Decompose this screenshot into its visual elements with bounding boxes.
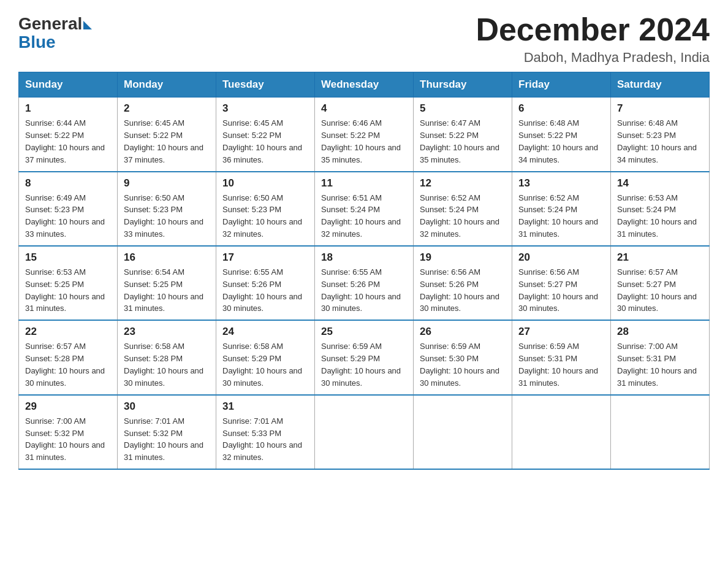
day-number: 4	[321, 102, 407, 115]
day-info: Sunrise: 6:46 AMSunset: 5:22 PMDaylight:…	[321, 118, 401, 164]
month-title: December 2024	[476, 12, 710, 47]
day-info: Sunrise: 7:00 AMSunset: 5:32 PMDaylight:…	[25, 416, 105, 462]
table-row: 9 Sunrise: 6:50 AMSunset: 5:23 PMDayligh…	[118, 172, 216, 246]
day-info: Sunrise: 6:57 AMSunset: 5:28 PMDaylight:…	[25, 342, 105, 388]
day-info: Sunrise: 6:53 AMSunset: 5:25 PMDaylight:…	[25, 267, 105, 313]
page-header: General Blue December 2024 Daboh, Madhya…	[18, 12, 710, 66]
table-row: 30 Sunrise: 7:01 AMSunset: 5:32 PMDaylig…	[118, 395, 216, 469]
day-info: Sunrise: 6:50 AMSunset: 5:23 PMDaylight:…	[222, 193, 302, 239]
day-info: Sunrise: 6:56 AMSunset: 5:27 PMDaylight:…	[518, 267, 598, 313]
logo-general: General	[18, 15, 82, 33]
day-number: 16	[124, 251, 210, 264]
col-saturday: Saturday	[611, 72, 710, 98]
table-row: 16 Sunrise: 6:54 AMSunset: 5:25 PMDaylig…	[118, 246, 216, 320]
table-row: 10 Sunrise: 6:50 AMSunset: 5:23 PMDaylig…	[216, 172, 315, 246]
day-number: 10	[222, 177, 308, 190]
day-info: Sunrise: 7:01 AMSunset: 5:32 PMDaylight:…	[124, 416, 203, 462]
day-info: Sunrise: 6:56 AMSunset: 5:26 PMDaylight:…	[420, 267, 499, 313]
table-row: 4 Sunrise: 6:46 AMSunset: 5:22 PMDayligh…	[315, 98, 414, 172]
table-row: 29 Sunrise: 7:00 AMSunset: 5:32 PMDaylig…	[19, 395, 118, 469]
day-number: 20	[518, 251, 604, 264]
day-info: Sunrise: 6:45 AMSunset: 5:22 PMDaylight:…	[222, 118, 302, 164]
table-row	[414, 395, 512, 469]
day-number: 30	[124, 400, 210, 413]
table-row: 21 Sunrise: 6:57 AMSunset: 5:27 PMDaylig…	[611, 246, 710, 320]
day-number: 14	[617, 177, 703, 190]
table-row: 27 Sunrise: 6:59 AMSunset: 5:31 PMDaylig…	[512, 320, 611, 394]
day-info: Sunrise: 6:52 AMSunset: 5:24 PMDaylight:…	[420, 193, 499, 239]
day-info: Sunrise: 6:54 AMSunset: 5:25 PMDaylight:…	[124, 267, 203, 313]
logo: General Blue	[18, 15, 92, 52]
logo-arrow-icon	[83, 21, 92, 29]
day-number: 1	[25, 102, 111, 115]
day-info: Sunrise: 7:01 AMSunset: 5:33 PMDaylight:…	[222, 416, 302, 462]
day-info: Sunrise: 6:51 AMSunset: 5:24 PMDaylight:…	[321, 193, 401, 239]
day-number: 21	[617, 251, 703, 264]
day-info: Sunrise: 6:57 AMSunset: 5:27 PMDaylight:…	[617, 267, 697, 313]
day-number: 22	[25, 326, 111, 338]
day-number: 7	[617, 102, 703, 115]
day-number: 18	[321, 251, 407, 264]
logo-blue: Blue	[18, 33, 92, 52]
calendar-week-row: 22 Sunrise: 6:57 AMSunset: 5:28 PMDaylig…	[19, 320, 710, 394]
day-info: Sunrise: 6:45 AMSunset: 5:22 PMDaylight:…	[124, 118, 203, 164]
table-row: 7 Sunrise: 6:48 AMSunset: 5:23 PMDayligh…	[611, 98, 710, 172]
day-number: 23	[124, 326, 210, 338]
day-info: Sunrise: 6:55 AMSunset: 5:26 PMDaylight:…	[321, 267, 401, 313]
table-row: 19 Sunrise: 6:56 AMSunset: 5:26 PMDaylig…	[414, 246, 512, 320]
day-number: 2	[124, 102, 210, 115]
day-info: Sunrise: 6:44 AMSunset: 5:22 PMDaylight:…	[25, 118, 105, 164]
day-number: 15	[25, 251, 111, 264]
table-row: 20 Sunrise: 6:56 AMSunset: 5:27 PMDaylig…	[512, 246, 611, 320]
col-tuesday: Tuesday	[216, 72, 315, 98]
table-row	[611, 395, 710, 469]
day-info: Sunrise: 6:52 AMSunset: 5:24 PMDaylight:…	[518, 193, 598, 239]
day-number: 5	[420, 102, 506, 115]
day-number: 13	[518, 177, 604, 190]
day-number: 26	[420, 326, 506, 338]
col-sunday: Sunday	[19, 72, 118, 98]
day-info: Sunrise: 6:59 AMSunset: 5:30 PMDaylight:…	[420, 342, 499, 388]
table-row	[315, 395, 414, 469]
day-number: 28	[617, 326, 703, 338]
day-info: Sunrise: 6:55 AMSunset: 5:26 PMDaylight:…	[222, 267, 302, 313]
table-row: 18 Sunrise: 6:55 AMSunset: 5:26 PMDaylig…	[315, 246, 414, 320]
table-row: 12 Sunrise: 6:52 AMSunset: 5:24 PMDaylig…	[414, 172, 512, 246]
col-thursday: Thursday	[414, 72, 512, 98]
day-info: Sunrise: 6:58 AMSunset: 5:28 PMDaylight:…	[124, 342, 203, 388]
day-number: 11	[321, 177, 407, 190]
day-number: 9	[124, 177, 210, 190]
day-number: 24	[222, 326, 308, 338]
table-row: 8 Sunrise: 6:49 AMSunset: 5:23 PMDayligh…	[19, 172, 118, 246]
day-info: Sunrise: 6:53 AMSunset: 5:24 PMDaylight:…	[617, 193, 697, 239]
table-row	[512, 395, 611, 469]
day-info: Sunrise: 6:59 AMSunset: 5:29 PMDaylight:…	[321, 342, 401, 388]
day-number: 17	[222, 251, 308, 264]
table-row: 28 Sunrise: 7:00 AMSunset: 5:31 PMDaylig…	[611, 320, 710, 394]
table-row: 31 Sunrise: 7:01 AMSunset: 5:33 PMDaylig…	[216, 395, 315, 469]
table-row: 14 Sunrise: 6:53 AMSunset: 5:24 PMDaylig…	[611, 172, 710, 246]
day-number: 31	[222, 400, 308, 413]
table-row: 2 Sunrise: 6:45 AMSunset: 5:22 PMDayligh…	[118, 98, 216, 172]
col-friday: Friday	[512, 72, 611, 98]
day-info: Sunrise: 6:47 AMSunset: 5:22 PMDaylight:…	[420, 118, 499, 164]
calendar-week-row: 15 Sunrise: 6:53 AMSunset: 5:25 PMDaylig…	[19, 246, 710, 320]
day-number: 27	[518, 326, 604, 338]
calendar-table: Sunday Monday Tuesday Wednesday Thursday…	[18, 72, 710, 470]
col-wednesday: Wednesday	[315, 72, 414, 98]
table-row: 26 Sunrise: 6:59 AMSunset: 5:30 PMDaylig…	[414, 320, 512, 394]
day-info: Sunrise: 6:48 AMSunset: 5:23 PMDaylight:…	[617, 118, 697, 164]
day-number: 3	[222, 102, 308, 115]
table-row: 6 Sunrise: 6:48 AMSunset: 5:22 PMDayligh…	[512, 98, 611, 172]
day-info: Sunrise: 7:00 AMSunset: 5:31 PMDaylight:…	[617, 342, 697, 388]
location-title: Daboh, Madhya Pradesh, India	[476, 50, 710, 66]
calendar-week-row: 1 Sunrise: 6:44 AMSunset: 5:22 PMDayligh…	[19, 98, 710, 172]
day-info: Sunrise: 6:49 AMSunset: 5:23 PMDaylight:…	[25, 193, 105, 239]
day-number: 19	[420, 251, 506, 264]
day-number: 29	[25, 400, 111, 413]
day-number: 25	[321, 326, 407, 338]
table-row: 25 Sunrise: 6:59 AMSunset: 5:29 PMDaylig…	[315, 320, 414, 394]
table-row: 23 Sunrise: 6:58 AMSunset: 5:28 PMDaylig…	[118, 320, 216, 394]
day-number: 8	[25, 177, 111, 190]
table-row: 24 Sunrise: 6:58 AMSunset: 5:29 PMDaylig…	[216, 320, 315, 394]
